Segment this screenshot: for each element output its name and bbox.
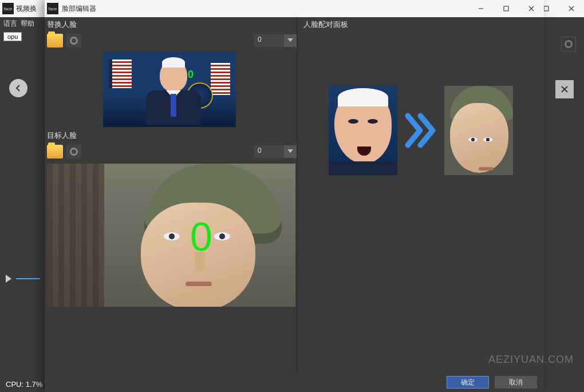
modal-titlebar: face 脸部编辑器 xyxy=(45,0,544,17)
target-open-folder-button[interactable] xyxy=(47,145,63,159)
face-pair-row xyxy=(303,86,538,175)
opu-field[interactable]: opu xyxy=(3,32,22,41)
source-toolbar: 0 xyxy=(47,32,297,49)
left-column: 替换人脸 0 0 xyxy=(45,17,297,373)
modal-title: 脸部编辑器 xyxy=(62,4,96,14)
target-index-dropdown[interactable]: 0 xyxy=(254,145,297,158)
modal-close-button[interactable] xyxy=(519,0,544,17)
menu-help[interactable]: 帮助 xyxy=(21,19,34,29)
svg-rect-7 xyxy=(504,6,508,11)
cancel-button[interactable]: 取消 xyxy=(495,376,537,389)
pair-source-face[interactable] xyxy=(329,86,397,175)
source-index-value: 0 xyxy=(254,34,284,47)
source-face-marker: 0 xyxy=(188,69,194,81)
play-button[interactable] xyxy=(6,275,11,283)
modal-app-icon: face xyxy=(47,3,58,14)
panel-close-button[interactable] xyxy=(555,80,574,98)
app-icon: face xyxy=(2,3,14,14)
menu-language[interactable]: 语言 xyxy=(3,19,17,29)
source-open-folder-button[interactable] xyxy=(47,34,63,47)
pair-arrow-icon xyxy=(404,112,437,149)
playback-bar xyxy=(6,274,40,284)
pair-target-face[interactable] xyxy=(444,86,513,175)
target-capture-button[interactable] xyxy=(66,145,81,159)
timeline-slider[interactable] xyxy=(16,278,40,279)
chevron-down-icon xyxy=(284,145,297,158)
source-capture-button[interactable] xyxy=(66,34,81,47)
target-index-value: 0 xyxy=(254,145,284,158)
source-preview-image[interactable]: 0 xyxy=(103,52,236,127)
parent-close-button[interactable] xyxy=(559,0,584,17)
parent-window-title: 视频换 xyxy=(16,4,37,14)
svg-marker-11 xyxy=(287,149,293,153)
svg-rect-1 xyxy=(544,6,549,11)
modal-footer: 确定 取消 xyxy=(45,373,544,392)
face-editor-window: face 脸部编辑器 替换人脸 0 xyxy=(45,0,544,392)
prev-frame-button[interactable] xyxy=(9,79,27,97)
watermark-text: AEZIYUAN.COM xyxy=(488,354,574,366)
target-section-label: 目标人脸 xyxy=(47,130,297,143)
svg-marker-10 xyxy=(287,38,293,42)
target-preview-image[interactable]: 0 xyxy=(47,164,295,307)
ok-button[interactable]: 确定 xyxy=(447,376,489,389)
modal-minimize-button[interactable] xyxy=(468,0,494,17)
pair-panel-title: 人脸配对面板 xyxy=(303,19,538,30)
target-toolbar: 0 xyxy=(47,143,297,160)
right-column: 人脸配对面板 xyxy=(298,17,544,373)
chevron-down-icon xyxy=(284,34,297,47)
camera-button[interactable] xyxy=(561,37,576,52)
source-index-dropdown[interactable]: 0 xyxy=(254,34,297,47)
cpu-status: CPU: 1.7% xyxy=(6,380,42,389)
modal-maximize-button[interactable] xyxy=(494,0,519,17)
source-section-label: 替换人脸 xyxy=(47,19,297,32)
target-face-marker: 0 xyxy=(190,214,212,260)
